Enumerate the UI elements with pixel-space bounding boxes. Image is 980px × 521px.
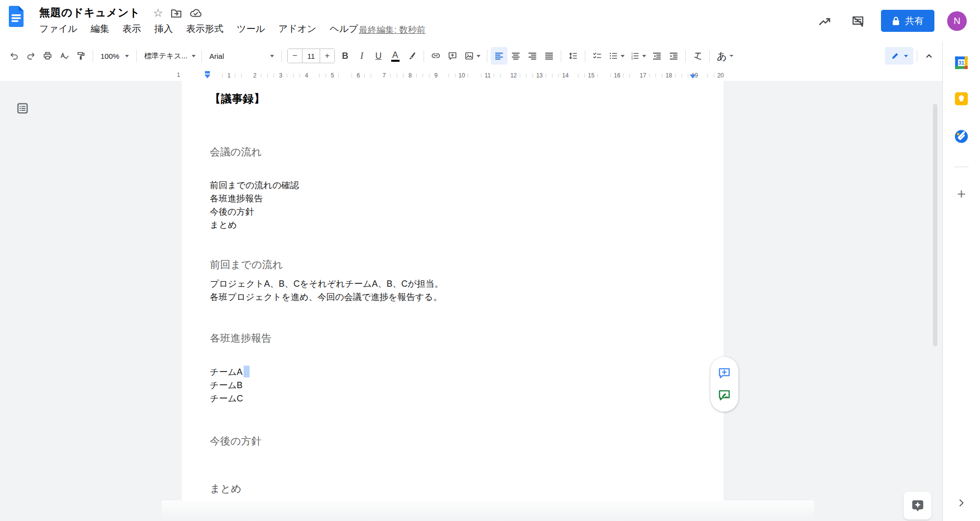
paint-format-button[interactable] (73, 47, 89, 65)
font-size-input[interactable] (302, 49, 320, 63)
doc-heading-policy[interactable]: 今後の方針 (210, 434, 262, 448)
spellcheck-button[interactable] (56, 47, 73, 65)
canvas: 【議事録】 会議の流れ 前回までの流れの確認 各班進捗報告 今後の方針 まとめ … (0, 81, 942, 521)
underline-button[interactable]: U (370, 47, 387, 65)
avatar[interactable]: N (947, 11, 967, 31)
toolbar-separator (424, 50, 424, 62)
doc-heading-progress[interactable]: 各班進捗報告 (210, 331, 272, 345)
side-panel: 31 + (942, 42, 980, 521)
sidebar-divider (954, 167, 969, 167)
redo-button[interactable] (23, 47, 39, 65)
show-outline-button[interactable] (14, 99, 31, 117)
menu-item[interactable]: アドオン (278, 23, 317, 35)
toolbar: 100% 標準テキス... Arial − + B I U (0, 42, 942, 70)
align-left-button[interactable] (491, 47, 507, 65)
menu-item[interactable]: 編集 (91, 23, 109, 35)
doc-body-line[interactable]: プロジェクトA、B、CをそれぞれチームA、B、Cが担当。 (210, 277, 443, 291)
insert-link-button[interactable] (427, 47, 444, 65)
doc-team-line[interactable]: チームA (210, 366, 250, 379)
toolbar-separator (917, 50, 917, 62)
ruler-number: 3 (277, 71, 285, 80)
increase-font-size-button[interactable]: + (320, 49, 334, 63)
menu-item[interactable]: 挿入 (154, 23, 173, 35)
add-comment-fab-button[interactable] (718, 367, 731, 380)
highlight-color-button[interactable] (403, 47, 420, 65)
title-row: 無題のドキュメント ☆ (39, 5, 202, 21)
move-folder-icon[interactable] (170, 7, 182, 19)
ruler[interactable]: 1 1234567891011121314151617181920 (0, 70, 942, 81)
numbered-list-button[interactable]: 1 2 3 (627, 47, 649, 65)
doc-agenda-line[interactable]: 前回までの流れの確認 (210, 179, 299, 192)
font-family-select[interactable]: Arial (205, 47, 278, 65)
document-page[interactable]: 【議事録】 会議の流れ 前回までの流れの確認 各班進捗報告 今後の方針 まとめ … (182, 81, 724, 503)
svg-text:31: 31 (958, 60, 964, 66)
paragraph-styles-select[interactable]: 標準テキス... (140, 47, 198, 65)
doc-heading-summary[interactable]: まとめ (210, 482, 241, 496)
calendar-icon[interactable]: 31 (953, 54, 970, 71)
add-addon-button[interactable]: + (957, 187, 966, 201)
text-color-button[interactable]: A (387, 47, 403, 65)
header: 無題のドキュメント ☆ ファイル編集表示挿入表示形式ツールアドオンヘルプ (0, 0, 980, 42)
toolbar-separator (487, 50, 487, 62)
line-spacing-button[interactable] (565, 47, 581, 65)
menu-item[interactable]: ヘルプ (329, 23, 358, 35)
insert-image-button[interactable] (461, 47, 483, 65)
last-edit-link[interactable]: 最終編集: 数秒前 (359, 24, 426, 36)
doc-heading-previous[interactable]: 前回までの流れ (210, 258, 283, 272)
doc-heading-flow[interactable]: 会議の流れ (210, 145, 262, 159)
doc-body-line[interactable]: 各班プロジェクトを進め、今回の会議で進捗を報告する。 (210, 291, 442, 304)
comment-history-icon[interactable] (848, 11, 868, 31)
menu-item[interactable]: ツール (237, 23, 265, 35)
document-title[interactable]: 無題のドキュメント (39, 5, 140, 20)
font-value: Arial (209, 52, 224, 60)
doc-agenda-line[interactable]: 各班進捗報告 (210, 192, 263, 205)
undo-button[interactable] (6, 47, 23, 65)
input-tools-button[interactable]: あ (713, 47, 737, 65)
decrease-font-size-button[interactable]: − (288, 49, 302, 63)
first-line-indent-marker[interactable] (205, 71, 210, 74)
doc-agenda-line[interactable]: 今後の方針 (210, 205, 254, 219)
share-button[interactable]: 共有 (881, 10, 934, 32)
add-comment-button[interactable] (444, 47, 461, 65)
justify-button[interactable] (541, 47, 557, 65)
increase-indent-button[interactable] (665, 47, 682, 65)
chevron-down-icon (729, 55, 733, 57)
left-indent-marker[interactable] (204, 74, 210, 78)
align-right-button[interactable] (524, 47, 541, 65)
title-icons: ☆ (153, 7, 202, 19)
menubar: ファイル編集表示挿入表示形式ツールアドオンヘルプ (39, 23, 358, 35)
right-indent-marker[interactable] (690, 74, 696, 78)
menu-item[interactable]: 表示形式 (186, 23, 224, 35)
menu-item[interactable]: 表示 (123, 23, 141, 35)
ruler-number: 18 (665, 71, 673, 80)
checklist-button[interactable] (589, 47, 605, 65)
cloud-saved-icon[interactable] (189, 7, 202, 19)
editing-mode-select[interactable] (885, 47, 913, 65)
doc-title-line[interactable]: 【議事録】 (210, 92, 265, 106)
italic-button[interactable]: I (353, 47, 370, 65)
vertical-scrollbar[interactable] (933, 104, 937, 347)
document-stats-icon[interactable] (814, 11, 835, 31)
menu-item[interactable]: ファイル (39, 23, 77, 35)
bold-button[interactable]: B (337, 47, 353, 65)
explore-button[interactable] (904, 492, 931, 520)
decrease-indent-button[interactable] (649, 47, 665, 65)
doc-agenda-line[interactable]: まとめ (210, 219, 237, 232)
collapse-toolbar-button[interactable] (921, 47, 937, 65)
doc-team-line[interactable]: チームC (210, 392, 243, 405)
keep-icon[interactable] (954, 91, 969, 106)
close-side-panel-button[interactable] (956, 497, 967, 508)
clear-formatting-button[interactable] (689, 47, 706, 65)
bulleted-list-button[interactable] (605, 47, 627, 65)
print-button[interactable] (39, 47, 56, 65)
star-icon[interactable]: ☆ (153, 7, 163, 19)
ruler-number: 4 (302, 71, 310, 80)
tasks-icon[interactable] (954, 129, 969, 144)
docs-logo-icon[interactable] (8, 5, 25, 27)
ruler-page-area: 1234567891011121314151617181920 (182, 70, 724, 81)
align-center-button[interactable] (507, 47, 524, 65)
doc-team-line[interactable]: チームB (210, 379, 243, 392)
share-label: 共有 (905, 15, 924, 27)
suggest-edits-fab-button[interactable] (718, 389, 731, 402)
zoom-select[interactable]: 100% (97, 47, 133, 65)
